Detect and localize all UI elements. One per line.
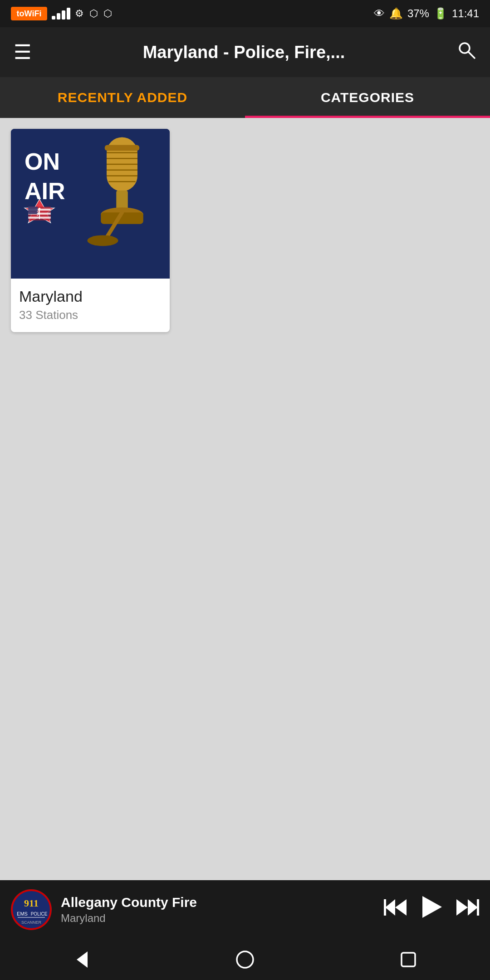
back-nav-button[interactable] (64, 941, 100, 978)
volume-icon: 🔔 (389, 7, 403, 20)
wifi-label: toWiFi (11, 7, 47, 20)
station-card-maryland[interactable]: ON AIR (11, 129, 170, 332)
rewind-button[interactable] (384, 897, 407, 923)
extra-icon: ⬡ (103, 8, 112, 20)
tabs-container: RECENTLY ADDED CATEGORIES (0, 77, 490, 118)
tab-categories[interactable]: CATEGORIES (245, 77, 490, 118)
status-icons: ⚙ ⬡ ⬡ (75, 8, 112, 20)
time-display: 11:41 (452, 7, 479, 20)
battery-icon: 🔋 (434, 7, 447, 20)
signal-icon (52, 8, 70, 20)
svg-text:911: 911 (24, 897, 39, 909)
svg-text:ON: ON (24, 148, 60, 175)
svg-rect-20 (105, 145, 140, 151)
eye-icon: 👁 (374, 7, 385, 20)
search-button[interactable] (456, 40, 476, 64)
play-button[interactable] (420, 895, 443, 925)
notification-icon: ⚙ (75, 8, 84, 20)
status-right: 👁 🔔 37% 🔋 11:41 (374, 7, 479, 20)
now-playing-title: Allegany County Fire (61, 895, 375, 910)
svg-point-12 (39, 208, 40, 210)
svg-marker-35 (422, 896, 442, 918)
card-title: Maryland (19, 288, 162, 305)
svg-text:POLICE: POLICE (31, 911, 48, 916)
now-playing-controls (384, 895, 479, 925)
toolbar: ☰ Maryland - Police, Fire,... (0, 27, 490, 77)
svg-line-1 (468, 52, 475, 58)
card-info: Maryland 33 Stations (11, 279, 170, 332)
svg-marker-39 (77, 951, 88, 968)
menu-button[interactable]: ☰ (14, 42, 31, 62)
tab-recently-added[interactable]: RECENTLY ADDED (0, 77, 245, 118)
svg-rect-38 (477, 899, 479, 916)
svg-marker-33 (385, 899, 395, 916)
card-image: ON AIR (11, 129, 170, 279)
svg-text:AIR: AIR (24, 178, 65, 204)
home-nav-button[interactable] (227, 941, 263, 978)
bottom-nav (0, 939, 490, 980)
svg-rect-10 (28, 207, 38, 215)
status-left: toWiFi ⚙ ⬡ ⬡ (11, 7, 112, 20)
now-playing-subtitle: Maryland (61, 912, 375, 925)
card-subtitle: 33 Stations (19, 308, 162, 322)
page-title: Maryland - Police, Fire,... (31, 43, 456, 62)
battery-level: 37% (407, 7, 429, 20)
svg-marker-37 (468, 899, 478, 916)
main-content: ON AIR (0, 118, 490, 880)
svg-marker-32 (395, 899, 407, 916)
recents-nav-button[interactable] (390, 941, 426, 978)
svg-rect-41 (402, 953, 415, 966)
now-playing-thumb: 911 EMS POLICE SCANNER (11, 889, 52, 930)
svg-text:SCANNER: SCANNER (21, 920, 42, 925)
status-bar: toWiFi ⚙ ⬡ ⬡ 👁 🔔 37% 🔋 11:41 (0, 0, 490, 27)
now-playing-info: Allegany County Fire Maryland (61, 895, 375, 925)
svg-rect-34 (384, 899, 386, 916)
svg-point-40 (237, 951, 253, 968)
fastforward-button[interactable] (456, 897, 479, 923)
svg-text:EMS: EMS (17, 911, 28, 916)
now-playing-bar: 911 EMS POLICE SCANNER Allegany County F… (0, 880, 490, 939)
svg-point-25 (88, 235, 118, 246)
svg-marker-36 (456, 899, 468, 916)
bluetooth-icon: ⬡ (89, 8, 98, 20)
